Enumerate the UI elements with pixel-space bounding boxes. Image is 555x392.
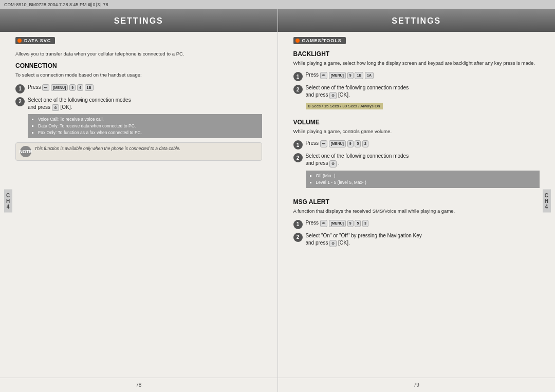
left-step-1: 1 Press ✏ [MENU] 9 4 1B <box>15 84 262 94</box>
vol-menu-key: [MENU] <box>329 140 346 147</box>
top-bar: CDM-8910_BM0728 2004.7.28 8:45 PM 페이지 78 <box>0 0 555 9</box>
note-text: This function is available only when the… <box>34 146 180 152</box>
bl-key-9: 9 <box>347 72 354 79</box>
menu-key-1: [MENU] <box>51 84 68 91</box>
bullet-voice: Voice Call: To receive a voice call. <box>38 116 258 123</box>
msg-step-2-num: 2 <box>293 233 303 242</box>
data-svc-desc: Allows you to transfer data when your ce… <box>15 50 262 57</box>
volume-bullets: Off (Min- ) Level 1 - 5 (level 5, Max- ) <box>306 171 540 188</box>
vol-step-2-num: 2 <box>293 153 303 162</box>
volume-step-1: 1 Press ✏ [MENU] 9 5 2 <box>293 140 540 150</box>
top-bar-text: CDM-8910_BM0728 2004.7.28 8:45 PM 페이지 78 <box>4 2 108 8</box>
games-tools-badge: GAMES/TOOLS <box>293 37 346 44</box>
bl-step-1-num: 1 <box>293 72 303 81</box>
volume-desc: While playing a game, controls game volu… <box>293 128 540 135</box>
msg-key-5: 5 <box>355 220 361 227</box>
vol-step-1-text: Press ✏ [MENU] 9 5 2 <box>306 140 540 147</box>
volume-step-2: 2 Select one of the following connection… <box>293 153 540 167</box>
bullet-data: Data Only: To receive data when connecte… <box>38 123 258 129</box>
backlight-step-1: 1 Press ✏ [MENU] 9 1B 1A <box>293 71 540 81</box>
backlight-title: BACKLIGHT <box>293 50 540 58</box>
msg-step-1-text: Press ✏ [MENU] 9 5 3 <box>306 219 540 227</box>
left-content: DATA SVC Allows you to transfer data whe… <box>0 37 278 378</box>
key-4: 4 <box>77 84 83 91</box>
step-2-text: Select one of the following connection m… <box>28 97 262 111</box>
vol-step-2-text: Select one of the following connection m… <box>306 153 540 167</box>
msg-ok-key: ⊙ <box>329 240 337 247</box>
msg-step-2: 2 Select "On" or "Off" by pressing the N… <box>293 232 540 247</box>
bullet-fax: Fax Only: To function as a fax when conn… <box>38 129 258 136</box>
msg-step-1-num: 1 <box>293 220 303 229</box>
volume-title: VOLUME <box>293 119 540 126</box>
step-2-num: 2 <box>15 97 25 106</box>
backlight-highlight: 8 Secs / 15 Secs / 30 Secs / Always On <box>306 103 383 109</box>
connection-desc: To select a connection mode based on the… <box>15 71 262 78</box>
msg-step-2-text: Select "On" or "Off" by pressing the Nav… <box>306 232 540 247</box>
vol-key-9: 9 <box>347 140 354 147</box>
bl-step-2-num: 2 <box>293 85 303 94</box>
backlight-desc: While playing a game, select how long th… <box>293 60 540 66</box>
ok-key-1: ⊙ <box>52 104 59 111</box>
bl-step-2-text: Select one of the following connection m… <box>306 84 540 99</box>
left-settings-header: SETTINGS <box>0 9 278 32</box>
right-content: GAMES/TOOLS BACKLIGHT While playing a ga… <box>278 37 556 378</box>
ch-label-right: C H 4 <box>543 189 551 212</box>
right-page: SETTINGS GAMES/TOOLS BACKLIGHT While pla… <box>278 9 556 392</box>
msg-key-3: 3 <box>362 220 368 227</box>
msg-alert-desc: A function that displays the received SM… <box>293 208 540 214</box>
right-settings-header: SETTINGS <box>278 9 556 32</box>
data-svc-badge: DATA SVC <box>15 37 55 44</box>
msg-menu-key: [MENU] <box>329 220 346 227</box>
bl-step-1-text: Press ✏ [MENU] 9 1B 1A <box>306 71 540 79</box>
bl-menu-key: [MENU] <box>329 72 346 79</box>
bl-ok-key: ⊙ <box>329 92 337 99</box>
vol-menu-icon: ✏ <box>320 140 327 147</box>
msg-key-9: 9 <box>347 220 354 227</box>
bl-key-1a: 1A <box>365 72 374 79</box>
vol-ok-key: ⊙ <box>329 160 337 167</box>
note-box: NOTE This function is available only whe… <box>15 142 262 161</box>
bl-key-1b: 1B <box>355 72 363 79</box>
bl-menu-icon: ✏ <box>320 72 327 79</box>
connection-bullets: Voice Call: To receive a voice call. Dat… <box>28 114 262 138</box>
pages-container: SETTINGS DATA SVC Allows you to transfer… <box>0 9 555 392</box>
step-1-num: 1 <box>15 84 25 94</box>
left-page-num: 78 <box>0 378 278 392</box>
ch-label-left: C H 4 <box>4 189 12 212</box>
vol-step-1-num: 1 <box>293 140 303 150</box>
right-page-num: 79 <box>278 378 556 392</box>
vol-bullet-off: Off (Min- ) <box>316 173 536 179</box>
vol-key-2: 2 <box>362 140 368 147</box>
connection-title: CONNECTION <box>15 62 262 69</box>
msg-step-1: 1 Press ✏ [MENU] 9 5 3 <box>293 219 540 229</box>
vol-bullet-level: Level 1 - 5 (level 5, Max- ) <box>316 179 536 186</box>
vol-key-5: 5 <box>355 140 361 147</box>
backlight-step-2: 2 Select one of the following connection… <box>293 84 540 99</box>
note-icon: NOTE <box>20 146 31 157</box>
key-9: 9 <box>69 84 76 91</box>
step-1-text: Press ✏ [MENU] 9 4 1B <box>28 84 262 91</box>
left-page: SETTINGS DATA SVC Allows you to transfer… <box>0 9 278 392</box>
msg-alert-title: MSG ALERT <box>293 198 540 206</box>
key-1b: 1B <box>85 84 94 91</box>
msg-menu-icon: ✏ <box>320 220 327 227</box>
menu-icon-1: ✏ <box>42 84 49 91</box>
left-step-2: 2 Select one of the following connection… <box>15 97 262 111</box>
